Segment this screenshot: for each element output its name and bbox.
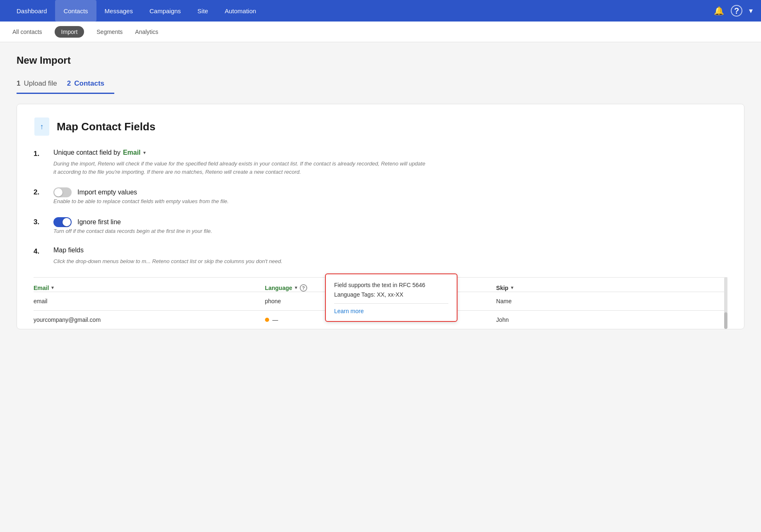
nav-item-contacts[interactable]: Contacts bbox=[55, 0, 96, 22]
name-value: John bbox=[496, 316, 508, 323]
unique-contact-field-description: During the import, Reteno will check if … bbox=[53, 160, 426, 176]
tooltip-line2: Language Tags: XX, xx-XX bbox=[334, 290, 448, 299]
tooltip-learn-more-link[interactable]: Learn more bbox=[334, 308, 364, 314]
section-3-number: 3. bbox=[34, 217, 45, 226]
subnav-analytics[interactable]: Analytics bbox=[135, 23, 158, 41]
nav-item-dashboard[interactable]: Dashboard bbox=[8, 0, 55, 22]
ignore-first-line-section: 3. Ignore first line Turn off if the con… bbox=[34, 217, 727, 235]
import-empty-toggle-knob bbox=[54, 188, 63, 197]
top-navigation: Dashboard Contacts Messages Campaigns Si… bbox=[0, 0, 761, 22]
step-1-number: 1 bbox=[17, 79, 20, 88]
nav-item-campaigns[interactable]: Campaigns bbox=[141, 0, 189, 22]
email-value: yourcompany@gmail.com bbox=[34, 316, 101, 323]
notification-bell-icon[interactable]: 🔔 bbox=[714, 6, 724, 16]
nav-items: Dashboard Contacts Messages Campaigns Si… bbox=[8, 0, 714, 22]
map-fields-section: 4. Map fields Click the drop-down menus … bbox=[34, 247, 727, 266]
language-column-dropdown[interactable]: Language bbox=[265, 285, 292, 291]
import-empty-toggle-wrapper: Import empty values bbox=[53, 187, 727, 197]
skip-column-chevron-icon[interactable]: ▾ bbox=[511, 285, 513, 290]
tooltip-divider bbox=[334, 303, 448, 304]
import-empty-values-section: 2. Import empty values Enable to be able… bbox=[34, 187, 727, 206]
email-column-header: Email ▾ bbox=[34, 285, 265, 291]
email-sub-header-text: email bbox=[34, 298, 47, 304]
name-sub-header-text: Name bbox=[496, 298, 511, 304]
sub-navigation: All contacts Import Segments Analytics bbox=[0, 22, 761, 42]
language-tooltip-popup: Field supports the text in RFC 5646 Lang… bbox=[325, 273, 458, 322]
map-contact-fields-card: Map Contact Fields 1. Unique contact fie… bbox=[17, 104, 744, 329]
step-2-label: Contacts bbox=[74, 79, 104, 88]
section-1-content: Unique contact field by Email ▾ During t… bbox=[53, 149, 727, 176]
email-data-cell: yourcompany@gmail.com bbox=[34, 316, 265, 323]
ignore-first-line-description: Turn off if the contact data records beg… bbox=[53, 227, 426, 235]
import-empty-label: Import empty values bbox=[77, 189, 137, 196]
step-1[interactable]: 1 Upload file bbox=[17, 76, 67, 93]
section-4-content: Map fields Click the drop-down menus bel… bbox=[53, 247, 727, 266]
help-icon[interactable]: ? bbox=[731, 5, 742, 17]
page-title: New Import bbox=[17, 55, 744, 66]
map-fields-title: Map fields bbox=[53, 247, 727, 254]
ignore-first-line-toggle[interactable] bbox=[53, 217, 72, 227]
import-empty-description: Enable to be able to replace contact fie… bbox=[53, 197, 426, 206]
tooltip-line1: Field supports the text in RFC 5646 bbox=[334, 281, 448, 290]
import-empty-toggle[interactable] bbox=[53, 187, 72, 197]
field-title-prefix: Unique contact field by bbox=[53, 149, 120, 156]
email-column-dropdown[interactable]: Email bbox=[34, 285, 49, 291]
step-2-number: 2 bbox=[67, 79, 71, 88]
nav-right: 🔔 ? ▾ bbox=[714, 5, 753, 17]
card-header: Map Contact Fields bbox=[34, 117, 727, 137]
nav-item-messages[interactable]: Messages bbox=[96, 0, 141, 22]
ignore-first-line-label: Ignore first line bbox=[77, 218, 121, 226]
ignore-first-line-toggle-knob bbox=[63, 218, 71, 226]
upload-file-icon bbox=[34, 117, 50, 137]
language-column-chevron-icon[interactable]: ▾ bbox=[295, 285, 297, 290]
section-4-number: 4. bbox=[34, 247, 45, 256]
nav-item-site[interactable]: Site bbox=[189, 0, 217, 22]
language-help-icon[interactable]: ? bbox=[300, 284, 307, 292]
phone-sub-header-text: phone bbox=[265, 298, 281, 304]
scrollbar-thumb[interactable] bbox=[724, 312, 727, 329]
scrollbar[interactable] bbox=[724, 277, 727, 329]
email-dropdown-button[interactable]: Email bbox=[123, 149, 141, 156]
map-fields-title-text: Map fields bbox=[53, 247, 84, 254]
page-content: New Import 1 Upload file 2 Contacts Map … bbox=[0, 42, 761, 532]
column-headers-row: Email ▾ Language ▾ ? Skip ▾ Field suppor… bbox=[34, 277, 727, 292]
email-column-chevron-icon[interactable]: ▾ bbox=[51, 285, 54, 290]
subnav-segments[interactable]: Segments bbox=[96, 23, 123, 41]
email-dropdown-chevron-icon[interactable]: ▾ bbox=[143, 150, 146, 156]
steps-header: 1 Upload file 2 Contacts bbox=[17, 76, 114, 94]
section-1-number: 1. bbox=[34, 149, 45, 158]
skip-column-dropdown[interactable]: Skip bbox=[496, 285, 508, 291]
subnav-all-contacts[interactable]: All contacts bbox=[12, 23, 42, 41]
step-1-label: Upload file bbox=[24, 79, 57, 88]
nav-item-automation[interactable]: Automation bbox=[217, 0, 265, 22]
name-sub-header: Name bbox=[496, 298, 727, 304]
card-title: Map Contact Fields bbox=[57, 120, 155, 133]
ignore-first-line-toggle-wrapper: Ignore first line bbox=[53, 217, 727, 227]
subnav-import[interactable]: Import bbox=[55, 26, 84, 38]
file-upload-icon bbox=[34, 117, 49, 136]
orange-dot-icon bbox=[265, 318, 269, 322]
map-fields-description: Click the drop-down menus below to m... … bbox=[53, 257, 426, 266]
step-2[interactable]: 2 Contacts bbox=[67, 76, 114, 93]
user-menu-chevron-icon[interactable]: ▾ bbox=[749, 6, 753, 15]
section-2-number: 2. bbox=[34, 187, 45, 197]
unique-contact-field-section: 1. Unique contact field by Email ▾ Durin… bbox=[34, 149, 727, 176]
section-2-content: Import empty values Enable to be able to… bbox=[53, 187, 727, 206]
skip-column-header: Skip ▾ bbox=[496, 285, 727, 291]
section-3-content: Ignore first line Turn off if the contac… bbox=[53, 217, 727, 235]
unique-contact-field-title: Unique contact field by Email ▾ bbox=[53, 149, 727, 156]
email-sub-header: email bbox=[34, 298, 265, 304]
table-area: Email ▾ Language ▾ ? Skip ▾ Field suppor… bbox=[34, 277, 727, 329]
skip-data-cell: John bbox=[496, 316, 727, 323]
language-value: — bbox=[272, 316, 278, 323]
